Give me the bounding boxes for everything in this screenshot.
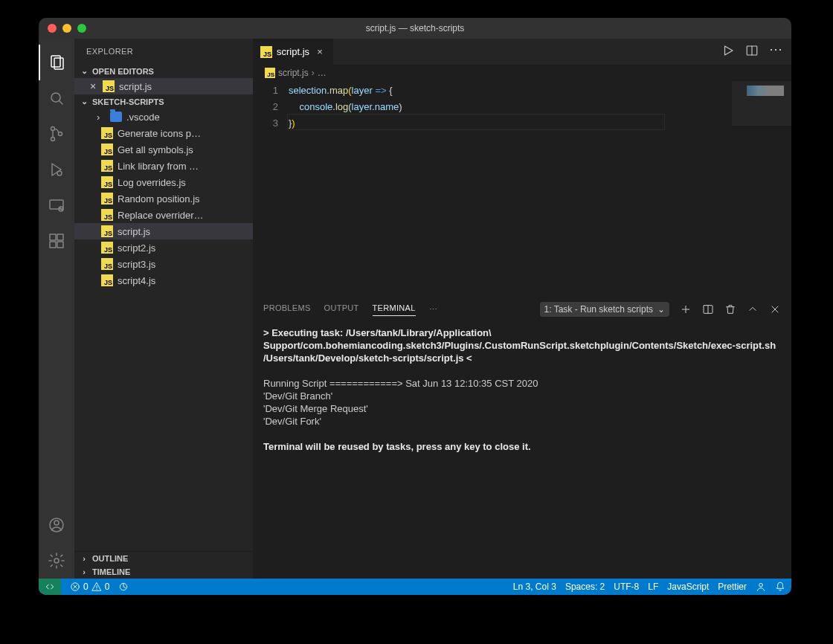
file-item[interactable]: JSGenerate icons p… bbox=[74, 125, 253, 141]
status-feedback-icon[interactable] bbox=[756, 582, 766, 592]
sidebar-title: EXPLORER bbox=[74, 39, 253, 64]
open-editor-item[interactable]: × JS script.js bbox=[74, 78, 253, 94]
file-item[interactable]: JSscript3.js bbox=[74, 256, 253, 272]
js-file-icon: JS bbox=[101, 193, 113, 205]
status-notifications-icon[interactable] bbox=[775, 582, 785, 592]
breadcrumb-more[interactable]: … bbox=[318, 68, 327, 78]
file-item[interactable]: JSscript2.js bbox=[74, 239, 253, 256]
svg-point-18 bbox=[54, 558, 59, 563]
js-file-icon: JS bbox=[101, 160, 113, 172]
activity-settings[interactable] bbox=[39, 543, 74, 579]
chevron-right-icon: › bbox=[312, 68, 315, 78]
outline-header[interactable]: › OUTLINE bbox=[74, 552, 253, 565]
file-item[interactable]: JSGet all symbols.js bbox=[74, 141, 253, 158]
terminal-body[interactable]: > Executing task: /Users/tank/Library/Ap… bbox=[253, 322, 791, 579]
status-eol[interactable]: LF bbox=[648, 582, 658, 592]
svg-point-6 bbox=[59, 132, 62, 136]
line-number-gutter: 1 2 3 bbox=[253, 81, 289, 296]
open-editors-header[interactable]: ⌄ OPEN EDITORS bbox=[74, 64, 253, 78]
more-actions-icon[interactable]: ⋯ bbox=[769, 45, 782, 59]
svg-rect-9 bbox=[50, 200, 63, 209]
tab-label: script.js bbox=[277, 46, 309, 57]
status-language[interactable]: JavaScript bbox=[667, 582, 709, 592]
activity-extensions[interactable] bbox=[39, 223, 74, 259]
file-item-active[interactable]: JSscript.js bbox=[74, 223, 253, 239]
js-file-icon: JS bbox=[101, 274, 113, 286]
file-item[interactable]: JSLog overrides.js bbox=[74, 174, 253, 190]
workspace-label: SKETCH-SCRIPTS bbox=[92, 97, 164, 106]
panel-tab-output[interactable]: OUTPUT bbox=[324, 303, 359, 315]
svg-line-3 bbox=[60, 101, 63, 105]
activity-source-control[interactable] bbox=[39, 116, 74, 152]
new-terminal-icon[interactable] bbox=[680, 303, 692, 315]
panel-more-icon[interactable]: ⋯ bbox=[429, 305, 437, 315]
activity-remote-explorer[interactable] bbox=[39, 187, 74, 223]
file-item[interactable]: JSLink library from … bbox=[74, 158, 253, 174]
js-file-icon: JS bbox=[101, 144, 113, 155]
svg-point-8 bbox=[57, 171, 62, 176]
activity-accounts[interactable] bbox=[39, 507, 74, 543]
activity-search[interactable] bbox=[39, 80, 74, 116]
js-file-icon: JS bbox=[101, 242, 113, 254]
maximize-panel-icon[interactable] bbox=[747, 303, 759, 315]
code-editor[interactable]: selection.map(layer => { console.log(lay… bbox=[289, 81, 732, 296]
chevron-right-icon: › bbox=[97, 112, 106, 123]
folder-label: .vscode bbox=[126, 112, 160, 123]
remote-indicator[interactable] bbox=[39, 579, 61, 595]
active-line-highlight bbox=[287, 114, 665, 130]
breadcrumb[interactable]: JS script.js › … bbox=[253, 65, 791, 81]
chevron-down-icon: ⌄ bbox=[657, 304, 665, 315]
js-file-icon: JS bbox=[265, 68, 275, 78]
js-file-icon: JS bbox=[101, 258, 113, 270]
svg-rect-13 bbox=[50, 242, 56, 248]
close-panel-icon[interactable] bbox=[769, 303, 781, 315]
close-icon[interactable]: × bbox=[88, 80, 98, 92]
open-editor-label: script.js bbox=[119, 81, 152, 92]
status-problems[interactable]: 0 0 bbox=[70, 582, 109, 592]
folder-icon bbox=[110, 112, 122, 122]
panel-tab-problems[interactable]: PROBLEMS bbox=[263, 303, 311, 315]
kill-terminal-icon[interactable] bbox=[724, 303, 736, 315]
tab-scriptjs[interactable]: JS script.js × bbox=[253, 39, 334, 65]
status-cursor-position[interactable]: Ln 3, Col 3 bbox=[513, 582, 556, 592]
svg-marker-7 bbox=[52, 164, 61, 176]
timeline-label: TIMELINE bbox=[92, 567, 130, 576]
status-live-share[interactable] bbox=[118, 582, 129, 592]
folder-item-vscode[interactable]: › .vscode bbox=[74, 109, 253, 125]
svg-rect-15 bbox=[57, 234, 63, 240]
js-file-icon: JS bbox=[103, 80, 115, 92]
breadcrumb-file[interactable]: script.js bbox=[278, 68, 309, 78]
open-editors-label: OPEN EDITORS bbox=[92, 67, 154, 76]
svg-point-17 bbox=[54, 521, 59, 525]
file-item[interactable]: JSscript4.js bbox=[74, 272, 253, 289]
js-file-icon: JS bbox=[101, 209, 113, 221]
split-terminal-icon[interactable] bbox=[702, 303, 714, 315]
js-file-icon: JS bbox=[101, 176, 113, 188]
svg-marker-19 bbox=[725, 46, 733, 55]
split-editor-icon[interactable] bbox=[745, 44, 759, 60]
chevron-right-icon: › bbox=[79, 567, 89, 576]
js-file-icon: JS bbox=[101, 127, 113, 139]
terminal-selector[interactable]: 1: Task - Run sketch scripts ⌄ bbox=[540, 302, 670, 317]
file-item[interactable]: JSRandom position.js bbox=[74, 190, 253, 207]
outline-label: OUTLINE bbox=[92, 554, 128, 563]
titlebar[interactable]: script.js — sketch-scripts bbox=[39, 18, 791, 39]
minimap-viewport[interactable] bbox=[732, 81, 791, 126]
activity-run-debug[interactable] bbox=[39, 152, 74, 187]
status-formatter[interactable]: Prettier bbox=[718, 582, 747, 592]
chevron-down-icon: ⌄ bbox=[79, 66, 89, 76]
status-encoding[interactable]: UTF-8 bbox=[614, 582, 639, 592]
panel-tab-terminal[interactable]: TERMINAL bbox=[373, 303, 416, 316]
minimap[interactable] bbox=[732, 81, 791, 296]
svg-point-34 bbox=[759, 583, 763, 587]
file-item[interactable]: JSReplace overrider… bbox=[74, 207, 253, 223]
js-file-icon: JS bbox=[101, 225, 113, 237]
svg-rect-14 bbox=[57, 242, 63, 248]
activity-explorer[interactable] bbox=[39, 45, 74, 80]
chevron-down-icon: ⌄ bbox=[79, 97, 89, 106]
workspace-header[interactable]: ⌄ SKETCH-SCRIPTS bbox=[74, 94, 253, 109]
run-icon[interactable] bbox=[721, 44, 735, 60]
close-icon[interactable]: × bbox=[314, 46, 326, 58]
status-indent[interactable]: Spaces: 2 bbox=[565, 582, 605, 592]
timeline-header[interactable]: › TIMELINE bbox=[74, 565, 253, 579]
